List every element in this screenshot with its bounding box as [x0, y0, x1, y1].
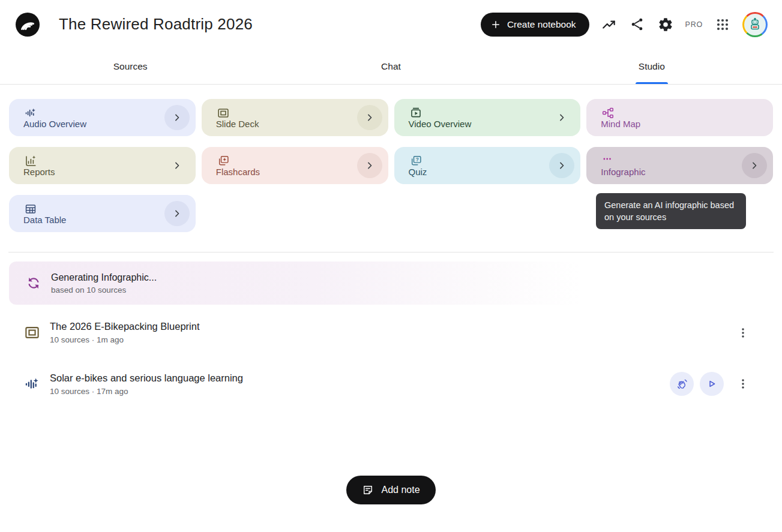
- card-label: Audio Overview: [23, 119, 161, 128]
- share-button[interactable]: [629, 16, 646, 33]
- settings-button[interactable]: [657, 16, 674, 33]
- card-open-chevron[interactable]: [164, 153, 190, 178]
- chevron-right-icon: [171, 160, 183, 172]
- header-actions: Create notebook PRO: [481, 12, 768, 37]
- tab-studio[interactable]: Studio: [522, 49, 782, 84]
- kebab-menu-icon: [736, 377, 750, 390]
- card-label: Mind Map: [601, 119, 738, 128]
- waving-hand-icon: [676, 378, 688, 390]
- card-video-overview[interactable]: Video Overview: [394, 99, 581, 136]
- notebooklm-logo-icon[interactable]: [16, 13, 40, 37]
- card-label: Quiz: [409, 167, 546, 176]
- artifact-title: Solar e-bikes and serious language learn…: [50, 372, 670, 384]
- generating-subtitle: based on 10 sources: [51, 285, 157, 294]
- play-icon: [706, 378, 718, 390]
- card-label: Infographic: [601, 167, 738, 176]
- analytics-button[interactable]: [601, 16, 618, 33]
- add-note-row: Add note: [9, 476, 773, 504]
- audio-waveform-sparkle-icon: [24, 376, 40, 392]
- tab-sources-label: Sources: [113, 61, 148, 72]
- card-reports[interactable]: Reports: [9, 147, 196, 184]
- app-header: The Rewired Roadtrip 2026 Create noteboo…: [0, 0, 782, 49]
- card-open-chevron[interactable]: [549, 153, 574, 178]
- card-flashcards[interactable]: Flashcards: [202, 147, 388, 184]
- generating-text-block: Generating Infographic... based on 10 so…: [51, 272, 157, 294]
- pro-badge: PRO: [685, 20, 703, 29]
- artifact-text-block: Solar e-bikes and serious language learn…: [50, 372, 670, 396]
- add-note-button[interactable]: Add note: [346, 476, 435, 504]
- list-item-audio-overview[interactable]: Solar e-bikes and serious language learn…: [9, 358, 773, 410]
- tab-chat[interactable]: Chat: [260, 49, 521, 84]
- card-label: Reports: [23, 167, 161, 176]
- apps-grid-icon: [715, 17, 730, 32]
- avatar-robot-image: [744, 14, 766, 35]
- add-note-label: Add note: [381, 485, 420, 495]
- tab-studio-label: Studio: [639, 61, 665, 72]
- tab-chat-label: Chat: [381, 61, 401, 72]
- card-slide-deck[interactable]: Slide Deck: [202, 99, 388, 136]
- artifact-list: The 2026 E-Bikepacking Blueprint 10 sour…: [9, 307, 773, 410]
- chevron-right-icon: [171, 112, 183, 124]
- more-options-button[interactable]: [735, 375, 751, 392]
- gear-icon: [658, 17, 673, 32]
- data-table-icon: [23, 203, 38, 215]
- card-infographic[interactable]: Infographic: [586, 147, 773, 184]
- artifact-meta: 10 sources · 17m ago: [50, 387, 670, 396]
- card-audio-overview[interactable]: Audio Overview: [9, 99, 196, 136]
- reports-sparkle-icon: [23, 155, 38, 167]
- card-open-chevron[interactable]: [164, 201, 190, 226]
- slide-deck-icon: [216, 107, 230, 119]
- card-label: Video Overview: [409, 119, 546, 128]
- kebab-menu-icon: [736, 326, 750, 339]
- chevron-right-icon: [556, 112, 568, 124]
- play-audio-button[interactable]: [700, 372, 724, 396]
- card-open-chevron[interactable]: [357, 153, 382, 178]
- share-icon: [630, 17, 645, 32]
- apps-grid-button[interactable]: [714, 16, 731, 33]
- ellipsis-loading-icon: [601, 155, 615, 167]
- notebook-title[interactable]: The Rewired Roadtrip 2026: [59, 15, 253, 34]
- tab-sources[interactable]: Sources: [0, 49, 260, 84]
- note-icon: [362, 484, 374, 496]
- sync-spinner-icon: [23, 272, 45, 294]
- video-overview-icon: [409, 107, 423, 119]
- card-label: Flashcards: [216, 167, 353, 176]
- section-divider: [8, 252, 774, 253]
- create-notebook-label: Create notebook: [507, 19, 576, 30]
- create-notebook-button[interactable]: Create notebook: [481, 13, 589, 37]
- more-options-button[interactable]: [735, 324, 751, 341]
- card-open-chevron[interactable]: [742, 153, 767, 178]
- chevron-right-icon: [364, 112, 376, 124]
- infographic-tooltip: Generate an AI infographic based on your…: [596, 193, 746, 229]
- panel-tabbar: Sources Chat Studio: [0, 49, 782, 85]
- card-open-chevron[interactable]: [164, 105, 190, 130]
- chevron-right-icon: [364, 160, 376, 172]
- generating-infographic-row[interactable]: Generating Infographic... based on 10 so…: [9, 262, 773, 305]
- artifact-title: The 2026 E-Bikepacking Blueprint: [50, 321, 730, 332]
- card-label: Slide Deck: [216, 119, 353, 128]
- card-open-chevron[interactable]: [549, 105, 574, 130]
- artifact-actions: [670, 372, 751, 396]
- card-mind-map[interactable]: Mind Map: [586, 99, 773, 136]
- artifact-meta: 10 sources · 1m ago: [50, 335, 730, 344]
- quiz-icon: ?: [409, 155, 423, 167]
- studio-panel: Audio Overview Slide Deck: [0, 85, 782, 504]
- slide-deck-icon: [24, 324, 40, 341]
- audio-waveform-sparkle-icon: [23, 107, 38, 119]
- card-data-table[interactable]: Data Table: [9, 195, 196, 232]
- card-open-chevron[interactable]: [357, 105, 382, 130]
- artifact-text-block: The 2026 E-Bikepacking Blueprint 10 sour…: [50, 321, 730, 344]
- artifact-actions: [730, 324, 751, 341]
- interactive-mode-button[interactable]: [670, 372, 694, 396]
- chevron-right-icon: [556, 160, 568, 172]
- generating-title: Generating Infographic...: [51, 272, 157, 283]
- trending-up-icon: [601, 17, 617, 32]
- chevron-right-icon: [748, 160, 760, 172]
- plus-icon: [490, 19, 501, 30]
- svg-text:?: ?: [415, 157, 418, 163]
- card-quiz[interactable]: ? Quiz: [394, 147, 581, 184]
- mind-map-icon: [601, 107, 615, 119]
- card-label: Data Table: [23, 215, 161, 224]
- user-avatar[interactable]: [742, 12, 768, 37]
- list-item-slide-deck[interactable]: The 2026 E-Bikepacking Blueprint 10 sour…: [9, 307, 773, 358]
